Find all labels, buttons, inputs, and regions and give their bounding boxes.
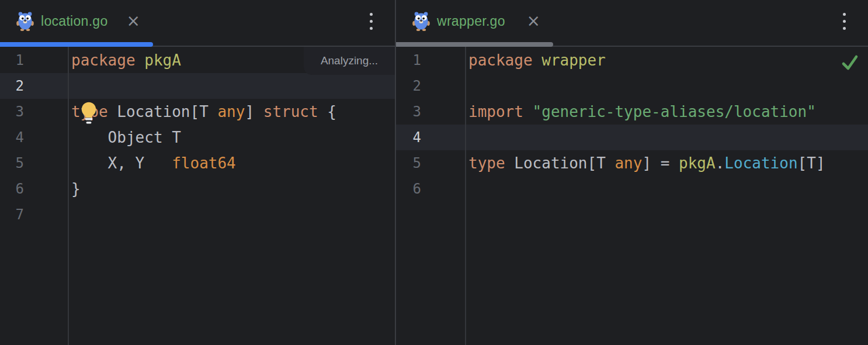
code-token: pkgA bbox=[144, 51, 181, 69]
kebab-menu-icon[interactable] bbox=[839, 9, 849, 33]
code-row-4[interactable]: 4 bbox=[396, 125, 868, 150]
code-token: Object T bbox=[71, 129, 181, 146]
line-number: 7 bbox=[0, 202, 68, 227]
analyzing-status-badge: Analyzing... bbox=[304, 47, 395, 75]
code-token: ] = bbox=[642, 154, 679, 172]
code-token: "generic-type-aliases/location" bbox=[533, 103, 816, 120]
line-number: 3 bbox=[396, 99, 466, 125]
code-row-5[interactable]: 5 X, Y float64 bbox=[0, 150, 395, 176]
code-token bbox=[533, 51, 542, 69]
code-token: float64 bbox=[172, 154, 236, 172]
code-row-3[interactable]: 3type Location[T any] struct { bbox=[0, 99, 395, 125]
analyzing-status-label: Analyzing... bbox=[321, 54, 378, 67]
line-number: 5 bbox=[396, 150, 466, 176]
code-row-2[interactable]: 2 bbox=[396, 73, 868, 99]
line-number: 3 bbox=[0, 99, 68, 125]
code-row-7[interactable]: 7 bbox=[0, 202, 395, 227]
ide-split-editor-window: location.go × 1package pkgA23type Locati… bbox=[0, 0, 868, 345]
code-token: package bbox=[468, 51, 533, 69]
code-token bbox=[136, 51, 145, 69]
code-editor-wrapper-go[interactable]: 1package wrapper23import "generic-type-a… bbox=[396, 47, 868, 345]
code-token: ] bbox=[245, 103, 263, 120]
line-number: 1 bbox=[396, 47, 466, 73]
line-number: 6 bbox=[0, 176, 68, 202]
gutter-separator bbox=[465, 47, 466, 345]
code-line[interactable]: } bbox=[68, 176, 395, 202]
code-line[interactable]: import "generic-type-aliases/location" bbox=[466, 99, 868, 125]
tab-wrapper-go[interactable]: wrapper.go × bbox=[396, 0, 553, 42]
line-number: 2 bbox=[0, 73, 68, 99]
inspections-ok-checkmark-icon[interactable] bbox=[840, 53, 860, 73]
tab-location-go[interactable]: location.go × bbox=[0, 0, 153, 42]
gutter-separator bbox=[68, 47, 69, 345]
editor-pane-right: wrapper.go × 1package wrapper23import "g… bbox=[396, 0, 868, 345]
code-token: Location[T bbox=[117, 103, 217, 120]
code-line[interactable]: Object T bbox=[68, 125, 395, 150]
code-row-2[interactable]: 2 bbox=[0, 73, 395, 99]
intention-lightbulb-icon[interactable] bbox=[79, 101, 98, 125]
code-editor-location-go[interactable]: 1package pkgA23type Location[T any] stru… bbox=[0, 47, 395, 345]
tab-underline bbox=[0, 42, 153, 47]
kebab-menu-icon[interactable] bbox=[366, 9, 376, 33]
code-token: any bbox=[614, 154, 642, 172]
code-token: . bbox=[716, 154, 725, 172]
line-number: 1 bbox=[0, 47, 68, 73]
code-token bbox=[523, 103, 533, 120]
tab-bar-left: location.go × bbox=[0, 0, 395, 42]
code-token: [T] bbox=[798, 154, 825, 172]
code-row-3[interactable]: 3import "generic-type-aliases/location" bbox=[396, 99, 868, 125]
code-line[interactable]: package wrapper bbox=[466, 47, 868, 73]
code-token: X, Y bbox=[71, 154, 172, 172]
code-line[interactable]: X, Y float64 bbox=[68, 150, 395, 176]
code-row-6[interactable]: 6 bbox=[396, 176, 868, 202]
code-token bbox=[108, 103, 117, 120]
close-icon[interactable]: × bbox=[127, 13, 140, 29]
code-token: { bbox=[318, 103, 336, 120]
code-token: pkgA bbox=[679, 154, 716, 172]
code-token: wrapper bbox=[541, 51, 606, 69]
go-gopher-icon bbox=[16, 11, 34, 31]
code-token: } bbox=[71, 180, 81, 198]
code-token: struct bbox=[263, 103, 318, 120]
tab-underline bbox=[396, 42, 553, 47]
tab-bar-right: wrapper.go × bbox=[396, 0, 868, 42]
code-row-4[interactable]: 4 Object T bbox=[0, 125, 395, 150]
line-number: 2 bbox=[396, 73, 466, 99]
code-row-5[interactable]: 5type Location[T any] = pkgA.Location[T] bbox=[396, 150, 868, 176]
tab-label: wrapper.go bbox=[437, 13, 505, 29]
line-number: 6 bbox=[396, 176, 466, 202]
code-line[interactable]: type Location[T any] struct { bbox=[68, 99, 395, 125]
code-token: type bbox=[468, 154, 505, 172]
line-number: 4 bbox=[0, 125, 68, 150]
go-gopher-icon bbox=[412, 11, 430, 31]
code-row-1[interactable]: 1package wrapper bbox=[396, 47, 868, 73]
tab-underline-row bbox=[0, 42, 395, 47]
editor-rows: 1package wrapper23import "generic-type-a… bbox=[396, 47, 868, 345]
code-token: import bbox=[468, 103, 523, 120]
tab-underline-row bbox=[396, 42, 868, 47]
code-token: Location bbox=[724, 154, 797, 172]
editor-rows: 1package pkgA23type Location[T any] stru… bbox=[0, 47, 395, 345]
close-icon[interactable]: × bbox=[527, 13, 540, 29]
code-line[interactable]: type Location[T any] = pkgA.Location[T] bbox=[466, 150, 868, 176]
code-token: Location[T bbox=[514, 154, 614, 172]
code-token bbox=[505, 154, 515, 172]
code-token: package bbox=[71, 51, 136, 69]
editor-pane-left: location.go × 1package pkgA23type Locati… bbox=[0, 0, 395, 345]
code-row-6[interactable]: 6} bbox=[0, 176, 395, 202]
line-number: 4 bbox=[396, 125, 466, 150]
tab-label: location.go bbox=[41, 13, 108, 29]
line-number: 5 bbox=[0, 150, 68, 176]
code-token: any bbox=[217, 103, 245, 120]
